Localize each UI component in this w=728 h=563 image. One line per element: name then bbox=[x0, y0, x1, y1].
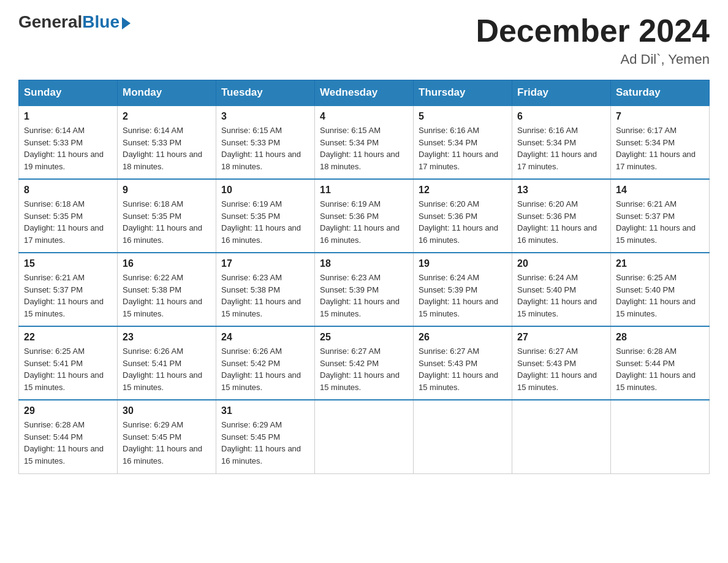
calendar-cell: 18Sunrise: 6:23 AMSunset: 5:39 PMDayligh… bbox=[315, 253, 414, 326]
weekday-header-wednesday: Wednesday bbox=[315, 80, 414, 106]
calendar-cell: 28Sunrise: 6:28 AMSunset: 5:44 PMDayligh… bbox=[611, 326, 710, 400]
calendar-cell: 20Sunrise: 6:24 AMSunset: 5:40 PMDayligh… bbox=[512, 253, 611, 326]
day-number: 9 bbox=[123, 185, 211, 196]
calendar-cell: 17Sunrise: 6:23 AMSunset: 5:38 PMDayligh… bbox=[216, 253, 315, 326]
logo-general-text: General bbox=[18, 12, 82, 32]
day-info: Sunrise: 6:20 AMSunset: 5:36 PMDaylight:… bbox=[419, 198, 507, 246]
day-info: Sunrise: 6:29 AMSunset: 5:45 PMDaylight:… bbox=[221, 419, 309, 467]
day-number: 30 bbox=[123, 405, 211, 416]
weekday-header-monday: Monday bbox=[118, 80, 216, 106]
day-number: 8 bbox=[24, 185, 112, 196]
week-row-1: 1Sunrise: 6:14 AMSunset: 5:33 PMDaylight… bbox=[19, 105, 710, 179]
day-number: 3 bbox=[221, 111, 309, 122]
weekday-header-row: SundayMondayTuesdayWednesdayThursdayFrid… bbox=[19, 80, 710, 106]
day-info: Sunrise: 6:24 AMSunset: 5:40 PMDaylight:… bbox=[517, 272, 605, 320]
day-number: 7 bbox=[616, 111, 704, 122]
day-number: 14 bbox=[616, 185, 704, 196]
day-info: Sunrise: 6:20 AMSunset: 5:36 PMDaylight:… bbox=[517, 198, 605, 246]
day-info: Sunrise: 6:15 AMSunset: 5:34 PMDaylight:… bbox=[320, 124, 408, 172]
calendar-cell: 8Sunrise: 6:18 AMSunset: 5:35 PMDaylight… bbox=[19, 179, 118, 253]
day-number: 2 bbox=[123, 111, 211, 122]
calendar-cell: 21Sunrise: 6:25 AMSunset: 5:40 PMDayligh… bbox=[611, 253, 710, 326]
day-number: 10 bbox=[221, 185, 309, 196]
day-info: Sunrise: 6:27 AMSunset: 5:43 PMDaylight:… bbox=[419, 345, 507, 393]
day-info: Sunrise: 6:29 AMSunset: 5:45 PMDaylight:… bbox=[123, 419, 211, 467]
day-number: 16 bbox=[123, 258, 211, 269]
calendar-cell: 9Sunrise: 6:18 AMSunset: 5:35 PMDaylight… bbox=[118, 179, 216, 253]
day-info: Sunrise: 6:26 AMSunset: 5:41 PMDaylight:… bbox=[123, 345, 211, 393]
calendar-cell: 25Sunrise: 6:27 AMSunset: 5:42 PMDayligh… bbox=[315, 326, 414, 400]
day-number: 18 bbox=[320, 258, 408, 269]
day-info: Sunrise: 6:21 AMSunset: 5:37 PMDaylight:… bbox=[24, 272, 112, 320]
day-info: Sunrise: 6:22 AMSunset: 5:38 PMDaylight:… bbox=[123, 272, 211, 320]
weekday-header-saturday: Saturday bbox=[611, 80, 710, 106]
calendar-cell: 26Sunrise: 6:27 AMSunset: 5:43 PMDayligh… bbox=[414, 326, 512, 400]
calendar-table: SundayMondayTuesdayWednesdayThursdayFrid… bbox=[18, 80, 710, 474]
calendar-cell: 2Sunrise: 6:14 AMSunset: 5:33 PMDaylight… bbox=[118, 105, 216, 179]
calendar-cell: 1Sunrise: 6:14 AMSunset: 5:33 PMDaylight… bbox=[19, 105, 118, 179]
day-info: Sunrise: 6:15 AMSunset: 5:33 PMDaylight:… bbox=[221, 124, 309, 172]
calendar-cell: 24Sunrise: 6:26 AMSunset: 5:42 PMDayligh… bbox=[216, 326, 315, 400]
day-number: 21 bbox=[616, 258, 704, 269]
calendar-cell: 4Sunrise: 6:15 AMSunset: 5:34 PMDaylight… bbox=[315, 105, 414, 179]
day-info: Sunrise: 6:18 AMSunset: 5:35 PMDaylight:… bbox=[24, 198, 112, 246]
day-info: Sunrise: 6:19 AMSunset: 5:36 PMDaylight:… bbox=[320, 198, 408, 246]
calendar-cell bbox=[315, 400, 414, 473]
day-number: 12 bbox=[419, 185, 507, 196]
day-info: Sunrise: 6:16 AMSunset: 5:34 PMDaylight:… bbox=[419, 124, 507, 172]
day-info: Sunrise: 6:25 AMSunset: 5:40 PMDaylight:… bbox=[616, 272, 704, 320]
day-info: Sunrise: 6:19 AMSunset: 5:35 PMDaylight:… bbox=[221, 198, 309, 246]
day-info: Sunrise: 6:16 AMSunset: 5:34 PMDaylight:… bbox=[517, 124, 605, 172]
calendar-cell: 3Sunrise: 6:15 AMSunset: 5:33 PMDaylight… bbox=[216, 105, 315, 179]
day-info: Sunrise: 6:28 AMSunset: 5:44 PMDaylight:… bbox=[616, 345, 704, 393]
month-title: December 2024 bbox=[476, 12, 710, 49]
day-info: Sunrise: 6:28 AMSunset: 5:44 PMDaylight:… bbox=[24, 419, 112, 467]
logo: General Blue bbox=[18, 12, 131, 32]
title-section: December 2024 Ad Dil`, Yemen bbox=[476, 12, 710, 67]
calendar-cell bbox=[611, 400, 710, 473]
calendar-cell: 6Sunrise: 6:16 AMSunset: 5:34 PMDaylight… bbox=[512, 105, 611, 179]
day-number: 27 bbox=[517, 332, 605, 343]
location-label: Ad Dil`, Yemen bbox=[476, 52, 710, 67]
day-info: Sunrise: 6:23 AMSunset: 5:39 PMDaylight:… bbox=[320, 272, 408, 320]
calendar-cell: 27Sunrise: 6:27 AMSunset: 5:43 PMDayligh… bbox=[512, 326, 611, 400]
calendar-cell: 12Sunrise: 6:20 AMSunset: 5:36 PMDayligh… bbox=[414, 179, 512, 253]
day-info: Sunrise: 6:18 AMSunset: 5:35 PMDaylight:… bbox=[123, 198, 211, 246]
calendar-cell bbox=[512, 400, 611, 473]
day-number: 22 bbox=[24, 332, 112, 343]
day-number: 29 bbox=[24, 405, 112, 416]
day-number: 28 bbox=[616, 332, 704, 343]
day-info: Sunrise: 6:14 AMSunset: 5:33 PMDaylight:… bbox=[123, 124, 211, 172]
weekday-header-thursday: Thursday bbox=[414, 80, 512, 106]
calendar-cell: 30Sunrise: 6:29 AMSunset: 5:45 PMDayligh… bbox=[118, 400, 216, 473]
day-info: Sunrise: 6:14 AMSunset: 5:33 PMDaylight:… bbox=[24, 124, 112, 172]
day-number: 19 bbox=[419, 258, 507, 269]
week-row-3: 15Sunrise: 6:21 AMSunset: 5:37 PMDayligh… bbox=[19, 253, 710, 326]
day-number: 15 bbox=[24, 258, 112, 269]
day-info: Sunrise: 6:21 AMSunset: 5:37 PMDaylight:… bbox=[616, 198, 704, 246]
day-info: Sunrise: 6:26 AMSunset: 5:42 PMDaylight:… bbox=[221, 345, 309, 393]
calendar-cell: 16Sunrise: 6:22 AMSunset: 5:38 PMDayligh… bbox=[118, 253, 216, 326]
calendar-cell: 10Sunrise: 6:19 AMSunset: 5:35 PMDayligh… bbox=[216, 179, 315, 253]
calendar-cell bbox=[414, 400, 512, 473]
weekday-header-tuesday: Tuesday bbox=[216, 80, 315, 106]
logo-blue-text: Blue bbox=[82, 12, 119, 32]
week-row-4: 22Sunrise: 6:25 AMSunset: 5:41 PMDayligh… bbox=[19, 326, 710, 400]
page-header: General Blue December 2024 Ad Dil`, Yeme… bbox=[18, 12, 710, 67]
calendar-cell: 15Sunrise: 6:21 AMSunset: 5:37 PMDayligh… bbox=[19, 253, 118, 326]
calendar-cell: 31Sunrise: 6:29 AMSunset: 5:45 PMDayligh… bbox=[216, 400, 315, 473]
day-info: Sunrise: 6:27 AMSunset: 5:43 PMDaylight:… bbox=[517, 345, 605, 393]
day-number: 5 bbox=[419, 111, 507, 122]
day-number: 20 bbox=[517, 258, 605, 269]
day-info: Sunrise: 6:27 AMSunset: 5:42 PMDaylight:… bbox=[320, 345, 408, 393]
calendar-cell: 19Sunrise: 6:24 AMSunset: 5:39 PMDayligh… bbox=[414, 253, 512, 326]
calendar-cell: 14Sunrise: 6:21 AMSunset: 5:37 PMDayligh… bbox=[611, 179, 710, 253]
day-number: 11 bbox=[320, 185, 408, 196]
day-number: 17 bbox=[221, 258, 309, 269]
day-info: Sunrise: 6:17 AMSunset: 5:34 PMDaylight:… bbox=[616, 124, 704, 172]
day-number: 13 bbox=[517, 185, 605, 196]
calendar-cell: 23Sunrise: 6:26 AMSunset: 5:41 PMDayligh… bbox=[118, 326, 216, 400]
week-row-5: 29Sunrise: 6:28 AMSunset: 5:44 PMDayligh… bbox=[19, 400, 710, 473]
weekday-header-friday: Friday bbox=[512, 80, 611, 106]
day-info: Sunrise: 6:23 AMSunset: 5:38 PMDaylight:… bbox=[221, 272, 309, 320]
